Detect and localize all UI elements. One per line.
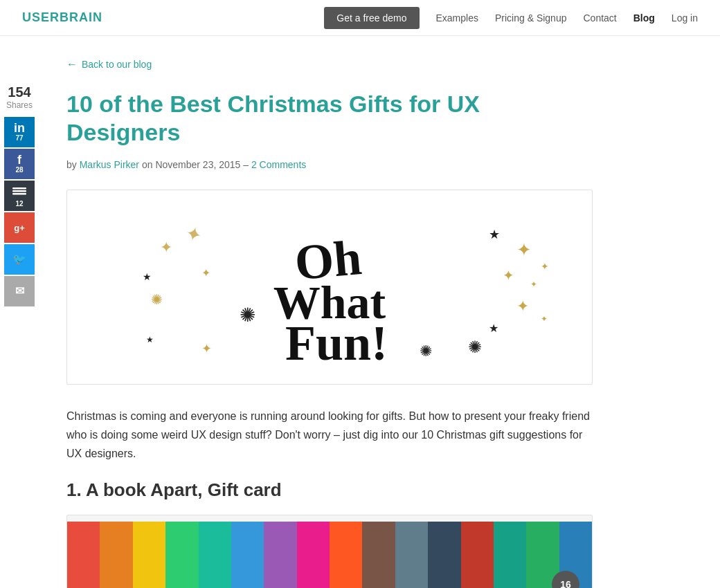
linkedin-count: 77: [15, 134, 23, 143]
nav-contact[interactable]: Contact: [583, 12, 616, 24]
author-link[interactable]: Markus Pirker: [80, 159, 139, 170]
back-arrow-icon: ←: [66, 58, 78, 71]
book-spine: [231, 522, 264, 588]
demo-button[interactable]: Get a free demo: [324, 7, 419, 29]
svg-text:✺: ✺: [468, 338, 482, 356]
svg-text:✦: ✦: [541, 314, 548, 324]
nav-blog[interactable]: Blog: [633, 12, 655, 24]
article-title: 10 of the Best Christmas Gifts for UX De…: [66, 90, 593, 147]
book-spine: [395, 522, 428, 588]
svg-rect-1: [12, 190, 26, 192]
twitter-icon: 🐦: [12, 254, 26, 265]
intro-paragraph: Christmas is coming and everyone is runn…: [66, 407, 593, 463]
svg-text:★: ★: [489, 322, 498, 334]
svg-text:✦: ✦: [201, 267, 210, 279]
article-meta: by Markus Pirker on November 23, 2015 – …: [66, 159, 593, 170]
svg-text:✦: ✦: [160, 239, 172, 256]
meta-by: by: [66, 159, 77, 170]
book-spine: [330, 522, 362, 588]
site-logo: USERBRAIN: [22, 10, 102, 25]
svg-rect-2: [12, 193, 26, 195]
share-count: 154 Shares: [6, 84, 33, 110]
page-wrapper: 154 Shares in 77 f 28 12 g+ 🐦: [0, 36, 720, 588]
meta-date: on November 23, 2015 –: [142, 159, 249, 170]
book-row: [67, 522, 592, 588]
hero-svg: ✦ ✦ ★ ✦ ★ ✦ ✦ ✦ ✦ ✺ ✺: [81, 204, 578, 370]
svg-text:✺: ✺: [420, 342, 432, 360]
email-icon: ✉: [15, 286, 24, 297]
book-apart-image: 16: [66, 515, 593, 588]
book-spine: [133, 522, 165, 588]
back-link-text: Back to our blog: [82, 59, 152, 70]
article-body: Christmas is coming and everyone is runn…: [66, 407, 593, 588]
gplus-share-button[interactable]: g+: [4, 212, 35, 243]
book-spine: [67, 522, 100, 588]
svg-text:✦: ✦: [541, 261, 549, 272]
book-spine: [362, 522, 395, 588]
svg-text:✺: ✺: [240, 304, 255, 326]
facebook-share-button[interactable]: f 28: [4, 149, 35, 179]
svg-text:★: ★: [146, 335, 154, 344]
book-spine: [264, 522, 296, 588]
svg-text:✦: ✦: [201, 342, 212, 356]
svg-text:Fun!: Fun!: [285, 315, 388, 370]
hero-image: ✦ ✦ ★ ✦ ★ ✦ ✦ ✦ ✦ ✺ ✺: [66, 190, 593, 385]
book-spine: [297, 522, 330, 588]
linkedin-share-button[interactable]: in 77: [4, 117, 35, 147]
book-spine: [165, 522, 198, 588]
social-sidebar: 154 Shares in 77 f 28 12 g+ 🐦: [0, 36, 39, 588]
gplus-icon: g+: [14, 223, 25, 232]
svg-text:✺: ✺: [151, 292, 163, 307]
svg-text:✦: ✦: [503, 268, 514, 283]
svg-rect-0: [12, 187, 26, 190]
book-spine: [494, 522, 526, 588]
section1-heading: 1. A book Apart, Gift card: [66, 479, 593, 501]
svg-text:★: ★: [143, 271, 152, 282]
book-spine: [461, 522, 494, 588]
svg-text:✦: ✦: [516, 239, 532, 260]
book-spine: [199, 522, 231, 588]
back-link[interactable]: ← Back to our blog: [66, 58, 152, 71]
nav-login[interactable]: Log in: [672, 12, 698, 24]
nav-pricing[interactable]: Pricing & Signup: [495, 12, 567, 24]
svg-text:★: ★: [489, 228, 500, 241]
facebook-icon: f: [17, 154, 21, 166]
facebook-count: 28: [15, 166, 23, 174]
shares-label: Shares: [6, 100, 33, 110]
svg-text:✦: ✦: [530, 279, 537, 289]
main-nav: Get a free demo Examples Pricing & Signu…: [324, 7, 698, 29]
book-spine: [100, 522, 132, 588]
share-number: 154: [6, 84, 33, 100]
book-spine: [428, 522, 460, 588]
buffer-count: 12: [15, 200, 23, 208]
buffer-icon: [12, 184, 26, 200]
buffer-share-button[interactable]: 12: [4, 181, 35, 211]
site-header: USERBRAIN Get a free demo Examples Prici…: [0, 0, 720, 36]
comments-link[interactable]: 2 Comments: [251, 159, 306, 170]
nav-examples[interactable]: Examples: [436, 12, 478, 24]
twitter-share-button[interactable]: 🐦: [4, 244, 35, 275]
main-content: ← Back to our blog 10 of the Best Christ…: [39, 36, 634, 588]
email-share-button[interactable]: ✉: [4, 276, 35, 306]
linkedin-icon: in: [14, 122, 25, 134]
svg-text:✦: ✦: [516, 297, 529, 315]
